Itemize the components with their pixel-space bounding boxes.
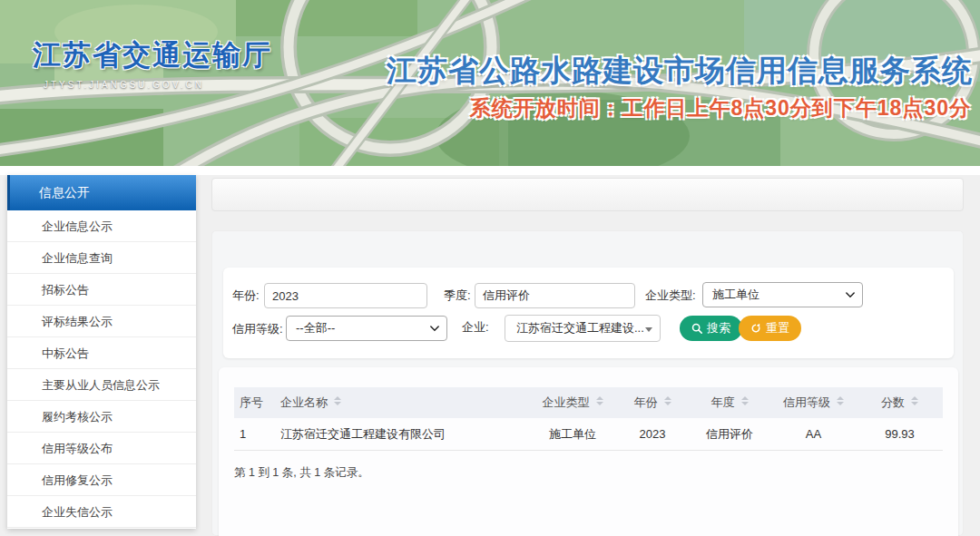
system-title: 江苏省公路水路建设市场信用信息服务系统: [387, 51, 973, 92]
search-button-label: 搜索: [707, 320, 730, 336]
chevron-down-icon: [846, 292, 855, 298]
cell-company-name: 江苏宿迁交通工程建设有限公司: [275, 418, 529, 451]
header-banner: 江苏省交通运输厅 JTYST.JIANGSU.GOV.CN 江苏省公路水路建设市…: [0, 0, 980, 166]
cell-score: 99.93: [857, 418, 943, 451]
search-filter-card: 年份: 季度: 企业类型: 施工单位 信用等级: --全部--: [223, 268, 954, 358]
credit-level-select[interactable]: --全部--: [286, 316, 447, 341]
company-type-value: 施工单位: [712, 287, 760, 301]
page-body: 信息公开 企业信息公示 企业信息查询 招标公告 评标结果公示 中标公告 主要从业…: [0, 166, 980, 536]
reset-button-label: 重置: [766, 320, 789, 336]
reset-button[interactable]: 重置: [739, 316, 801, 341]
sort-icon: [596, 396, 603, 405]
header-divider: [0, 166, 980, 175]
credit-level-label: 信用等级:: [232, 317, 283, 342]
sidebar-item-bid-announcement[interactable]: 招标公告: [7, 274, 196, 306]
col-header-company-type-label: 企业类型: [543, 395, 590, 409]
sidebar-header-info-disclosure[interactable]: 信息公开: [7, 175, 196, 210]
credit-level-value: --全部--: [296, 321, 335, 335]
col-header-score-label: 分数: [881, 395, 905, 409]
sidebar-item-enterprise-info-publicity[interactable]: 企业信息公示: [7, 210, 196, 242]
search-button[interactable]: 搜索: [680, 316, 742, 341]
col-header-company-type[interactable]: 企业类型: [529, 387, 616, 418]
empty-toolbar: [211, 178, 964, 211]
sort-icon: [741, 396, 749, 405]
sidebar-item-enterprise-dishonesty[interactable]: 企业失信公示: [7, 496, 196, 528]
refresh-icon: [750, 323, 761, 334]
sidebar-item-winning-bid-announcement[interactable]: 中标公告: [7, 337, 196, 369]
col-header-score[interactable]: 分数: [857, 387, 943, 418]
department-url-text: JTYST.JIANGSU.GOV.CN: [44, 80, 204, 90]
sort-icon: [911, 396, 918, 405]
col-header-credit-level[interactable]: 信用等级: [770, 387, 857, 418]
sort-icon: [334, 396, 341, 405]
cell-credit-level: AA: [770, 418, 857, 451]
sidebar-item-key-personnel-info[interactable]: 主要从业人员信息公示: [7, 369, 196, 401]
table-row: 1 江苏宿迁交通工程建设有限公司 施工单位 2023 信用评价 AA 99.93: [234, 418, 943, 451]
quarter-label: 季度:: [444, 283, 471, 308]
results-table: 序号 企业名称 企业类型 年份: [234, 387, 943, 451]
quarter-input[interactable]: [475, 283, 635, 308]
col-header-index: 序号: [234, 387, 275, 418]
company-type-select[interactable]: 施工单位: [702, 282, 863, 307]
company-label: 企业:: [462, 315, 489, 340]
content-panel: 年份: 季度: 企业类型: 施工单位 信用等级: --全部--: [211, 230, 964, 536]
col-header-period[interactable]: 年度: [689, 387, 770, 418]
system-open-time-notice: 系统开放时间：工作日上午8点30分到下午18点30分: [469, 94, 971, 122]
cell-company-type: 施工单位: [529, 418, 616, 451]
col-header-credit-level-label: 信用等级: [783, 395, 830, 409]
col-header-year[interactable]: 年份: [616, 387, 689, 418]
year-label: 年份:: [232, 283, 260, 308]
sidebar-item-enterprise-info-query[interactable]: 企业信息查询: [7, 242, 196, 274]
cell-year: 2023: [616, 418, 689, 451]
sidebar-menu: 企业信息公示 企业信息查询 招标公告 评标结果公示 中标公告 主要从业人员信息公…: [7, 210, 196, 528]
col-header-year-label: 年份: [634, 395, 658, 409]
sidebar-item-credit-repair[interactable]: 信用修复公示: [7, 464, 196, 496]
company-type-label: 企业类型:: [645, 283, 696, 308]
col-header-period-label: 年度: [711, 395, 735, 409]
col-header-index-label: 序号: [240, 395, 263, 409]
col-header-company-name[interactable]: 企业名称: [275, 387, 529, 418]
company-value: 江苏宿迁交通工程建设...: [516, 321, 644, 335]
department-logo-text: 江苏省交通运输厅: [33, 36, 272, 74]
sidebar: 信息公开 企业信息公示 企业信息查询 招标公告 评标结果公示 中标公告 主要从业…: [7, 175, 196, 529]
sort-icon: [664, 396, 671, 405]
cell-index: 1: [234, 418, 275, 451]
sidebar-item-bid-evaluation-result[interactable]: 评标结果公示: [7, 306, 196, 337]
main-content: 年份: 季度: 企业类型: 施工单位 信用等级: --全部--: [211, 178, 964, 536]
col-header-company-name-label: 企业名称: [280, 395, 328, 409]
search-icon: [691, 323, 702, 334]
record-count-summary: 第 1 到 1 条, 共 1 条记录。: [234, 465, 943, 481]
sidebar-item-credit-rating-release[interactable]: 信用等级公布: [7, 433, 196, 464]
company-dropdown[interactable]: 江苏宿迁交通工程建设...: [505, 315, 661, 342]
cell-period: 信用评价: [689, 418, 770, 451]
results-table-card: 序号 企业名称 企业类型 年份: [219, 367, 958, 536]
sidebar-item-contract-performance[interactable]: 履约考核公示: [7, 401, 196, 433]
sort-icon: [837, 396, 844, 405]
chevron-down-icon: [430, 326, 439, 332]
caret-down-icon: [645, 327, 652, 332]
table-header-row: 序号 企业名称 企业类型 年份: [234, 387, 943, 418]
year-input[interactable]: [264, 283, 427, 308]
